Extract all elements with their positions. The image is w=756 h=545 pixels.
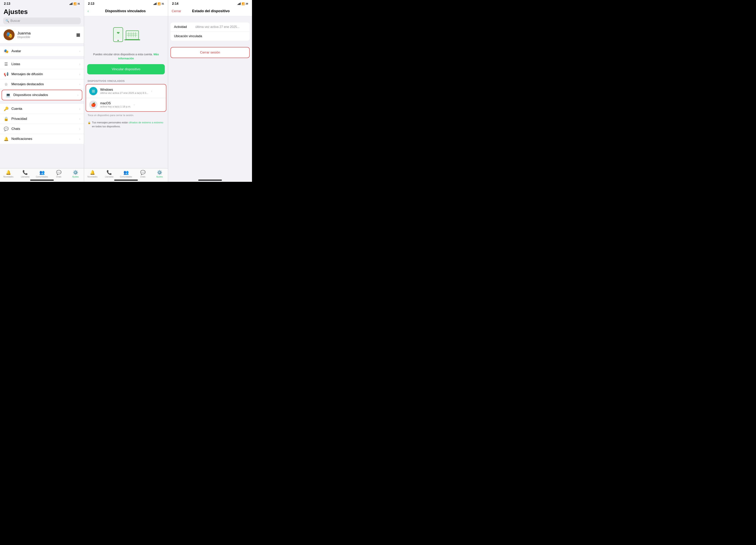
svg-rect-5 xyxy=(127,31,138,38)
link-description: Puedes vincular otros dispositivos a est… xyxy=(84,50,168,64)
devices-illustration: ❤ xyxy=(110,22,142,46)
chevron-icon: › xyxy=(79,127,80,131)
avatar-item[interactable]: 🎭 Avatar › xyxy=(0,46,84,56)
dispositivos-icon: 💻 xyxy=(6,93,11,97)
destacados-label: Mensajes destacados xyxy=(11,82,77,86)
actividad-row: Actividad última vez activa 27 ene 2025.… xyxy=(170,22,250,32)
status-icons-3: 📶 29 xyxy=(238,2,248,5)
battery-label-2: 31 xyxy=(162,3,164,5)
notificaciones-item[interactable]: 🔔 Notificaciones › xyxy=(0,134,84,144)
search-icon: 🔍 xyxy=(6,19,9,23)
notificaciones-label: Notificaciones xyxy=(11,137,77,141)
ajustes-nav-label-2: Ajustes xyxy=(156,176,163,178)
listas-item[interactable]: ☰ Listas › xyxy=(0,59,84,69)
novedades-label-2: Novedades xyxy=(87,176,97,178)
search-placeholder: Buscar xyxy=(10,19,20,23)
destacados-icon: ☆ xyxy=(4,82,9,87)
home-indicator-3 xyxy=(198,180,222,181)
qr-icon[interactable]: ▦ xyxy=(76,32,80,37)
comunidades-label-1: Comunidades xyxy=(36,176,48,178)
mensajes-difusion-item[interactable]: 📢 Mensajes de difusión › xyxy=(0,69,84,79)
status-time-1: 2:13 xyxy=(4,2,10,6)
windows-icon: ⊞ xyxy=(89,87,97,95)
cerrar-sesion-button[interactable]: Cerrar sesión xyxy=(170,47,250,58)
dispositivos-highlighted[interactable]: 💻 Dispositivos vinculados › xyxy=(2,90,82,100)
nav-ajustes-1[interactable]: ⚙️ Ajustes xyxy=(67,170,84,178)
dispositivos-label: Dispositivos vinculados xyxy=(13,93,75,97)
chevron-windows: › xyxy=(151,90,152,93)
chevron-icon: › xyxy=(79,117,80,120)
cerrar-button[interactable]: Cerrar xyxy=(172,9,181,13)
estado-title: Estado del dispositivo xyxy=(192,9,230,13)
svg-rect-6 xyxy=(124,39,140,40)
encryption-note: 🔒 Tus mensajes personales están cifrados… xyxy=(84,119,168,132)
panel-2-header: ‹ Dispositivos vinculados xyxy=(84,6,168,16)
chats-nav-icon-1: 💬 xyxy=(56,170,61,175)
macos-name: macOS xyxy=(100,102,131,105)
encryption-link[interactable]: cifrados de extremo a extremo xyxy=(129,121,163,124)
notificaciones-icon: 🔔 xyxy=(4,137,9,141)
windows-device[interactable]: ⊞ Windows última vez activa 27 ene 2025 … xyxy=(86,84,166,98)
nav-llamadas-2[interactable]: 📞 Llamadas xyxy=(101,170,118,178)
ajustes-nav-label-1: Ajustes xyxy=(72,176,79,178)
profile-row[interactable]: 🎭 Juanma Disponible ▦ xyxy=(0,27,84,43)
profile-name: Juanma xyxy=(17,31,31,35)
listas-label: Listas xyxy=(11,62,77,66)
vincular-button[interactable]: Vincular dispositivo xyxy=(87,64,165,74)
privacidad-label: Privacidad xyxy=(11,117,77,121)
page-title: Ajustes xyxy=(0,6,84,18)
tap-hint: Toca un dispositivo para cerrar la sesió… xyxy=(84,112,168,119)
chevron-icon: › xyxy=(79,50,80,53)
nav-llamadas-1[interactable]: 📞 Llamadas xyxy=(17,170,33,178)
chevron-icon: › xyxy=(79,63,80,66)
nav-chats-2[interactable]: 💬 Chats xyxy=(134,170,151,178)
nav-comunidades-1[interactable]: 👥 Comunidades xyxy=(33,170,50,178)
profile-status: Disponible xyxy=(17,35,31,39)
panel-2-title: Dispositivos vinculados xyxy=(90,9,160,13)
home-indicator-2 xyxy=(114,180,138,181)
llamadas-label-2: Llamadas xyxy=(105,176,113,178)
dispositivos-item[interactable]: 💻 Dispositivos vinculados › xyxy=(2,90,82,100)
settings-panel: 2:13 📶 31 Ajustes 🔍 Buscar 🎭 Juanma Disp… xyxy=(0,0,84,182)
battery-label-1: 31 xyxy=(78,3,80,5)
chevron-icon: › xyxy=(79,73,80,76)
mensajes-destacados-item[interactable]: ☆ Mensajes destacados › xyxy=(0,79,84,89)
listas-icon: ☰ xyxy=(4,62,9,67)
difusion-label: Mensajes de difusión xyxy=(11,72,77,76)
panel-3-header: Cerrar Estado del dispositivo xyxy=(168,6,252,16)
nav-chats-1[interactable]: 💬 Chats xyxy=(50,170,67,178)
llamadas-icon-1: 📞 xyxy=(22,170,28,175)
signal-icon-3 xyxy=(238,3,241,5)
chevron-icon: › xyxy=(79,83,80,86)
macos-device[interactable]: 🍎 macOS activa hoy a la(s) 1:18 p.m. › xyxy=(86,98,166,111)
nav-ajustes-2[interactable]: ⚙️ Ajustes xyxy=(151,170,168,178)
chats-nav-label-2: Chats xyxy=(140,176,145,178)
wifi-icon-3: 📶 xyxy=(242,2,245,5)
novedades-icon-2: 🔔 xyxy=(90,170,95,175)
encryption-text: Tus mensajes personales están xyxy=(92,121,128,124)
cuenta-label: Cuenta xyxy=(11,107,77,111)
cuenta-icon: 🔑 xyxy=(4,107,9,111)
privacidad-item[interactable]: 🔒 Privacidad › xyxy=(0,114,84,124)
wifi-icon-1: 📶 xyxy=(73,2,77,5)
nav-novedades-2[interactable]: 🔔 Novedades xyxy=(84,170,101,178)
cuenta-item[interactable]: 🔑 Cuenta › xyxy=(0,104,84,114)
chevron-icon: › xyxy=(79,107,80,110)
avatar-label: Avatar xyxy=(11,49,77,53)
device-status-panel: 2:14 📶 29 Cerrar Estado del dispositivo … xyxy=(168,0,252,182)
svg-text:❤: ❤ xyxy=(117,31,120,35)
windows-name: Windows xyxy=(100,88,148,92)
ubicacion-row: Ubicación vinculada xyxy=(170,32,250,41)
llamadas-label-1: Llamadas xyxy=(21,176,29,178)
status-icons-2: 📶 31 xyxy=(154,2,164,5)
status-time-3: 2:14 xyxy=(172,2,178,6)
nav-comunidades-2[interactable]: 👥 Comunidades xyxy=(118,170,134,178)
description-text: Puedes vincular otros dispositivos a est… xyxy=(93,53,153,56)
status-bar-1: 2:13 📶 31 xyxy=(0,0,84,6)
chats-icon: 💬 xyxy=(4,127,9,131)
illustration: ❤ xyxy=(84,16,168,50)
back-button[interactable]: ‹ xyxy=(88,9,89,13)
search-bar[interactable]: 🔍 Buscar xyxy=(3,18,81,24)
chats-item[interactable]: 💬 Chats › xyxy=(0,124,84,134)
nav-novedades-1[interactable]: 🔔 Novedades xyxy=(0,170,17,178)
